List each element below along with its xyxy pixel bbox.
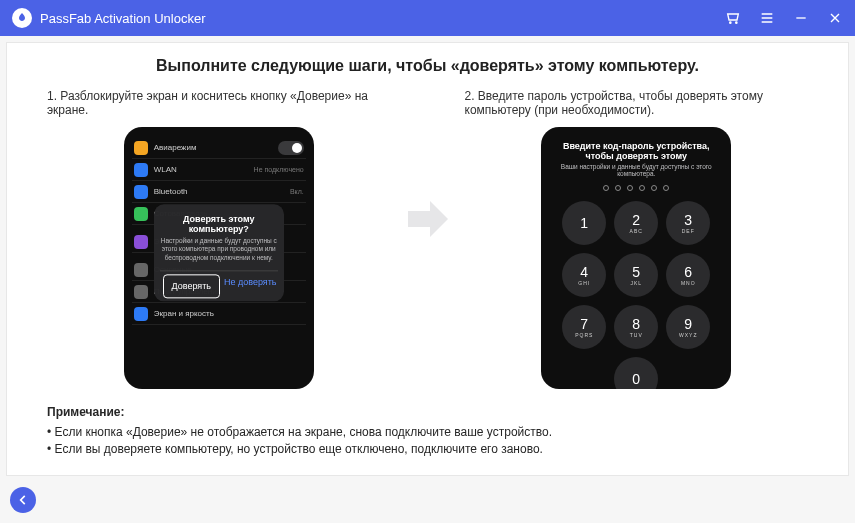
cart-icon[interactable] — [725, 10, 741, 26]
row-display: Экран и яркость — [154, 309, 304, 318]
key-2: 2ABC — [614, 201, 658, 245]
titlebar: PassFab Activation Unlocker — [0, 0, 855, 36]
window-controls — [725, 10, 843, 26]
notes-bullet-2: • Если вы доверяете компьютеру, но устро… — [47, 442, 808, 456]
steps-row: 1. Разблокируйте экран и коснитесь кнопк… — [47, 89, 808, 389]
back-button[interactable] — [10, 487, 36, 513]
close-icon[interactable] — [827, 10, 843, 26]
minimize-icon[interactable] — [793, 10, 809, 26]
key-9: 9WXYZ — [666, 305, 710, 349]
trust-dialog-body: Настройки и данные будут доступны с этог… — [160, 237, 278, 262]
step-2-text: 2. Введите пароль устройства, чтобы дове… — [465, 89, 809, 119]
keypad: 1 2ABC 3DEF 4GHI 5JKL 6MNO 7PQRS 8TUV 9W… — [549, 201, 723, 389]
step-1-text: 1. Разблокируйте экран и коснитесь кнопк… — [47, 89, 391, 119]
step-2: 2. Введите пароль устройства, чтобы дове… — [465, 89, 809, 389]
notes: Примечание: • Если кнопка «Доверие» не о… — [47, 405, 808, 456]
passcode-line1: Введите код-пароль устройства, — [549, 141, 723, 151]
key-3: 3DEF — [666, 201, 710, 245]
passcode-line2: чтобы доверять этому — [549, 151, 723, 161]
toggle-icon — [278, 141, 304, 155]
app-title: PassFab Activation Unlocker — [40, 11, 725, 26]
passcode-line3: Ваши настройки и данные будут доступны с… — [549, 163, 723, 177]
row-bt: Bluetooth — [154, 187, 284, 196]
key-7: 7PQRS — [562, 305, 606, 349]
trust-dialog-title: Доверять этому компьютеру? — [160, 214, 278, 234]
trust-dialog: Доверять этому компьютеру? Настройки и д… — [154, 204, 284, 301]
phone-mock-1: Авиарежим WLANНе подключено BluetoothВкл… — [124, 127, 314, 389]
notes-bullet-1: • Если кнопка «Доверие» не отображается … — [47, 425, 808, 439]
page-title: Выполните следующие шаги, чтобы «доверят… — [47, 57, 808, 75]
key-5: 5JKL — [614, 253, 658, 297]
key-8: 8TUV — [614, 305, 658, 349]
phone-mock-2: Введите код-пароль устройства, чтобы дов… — [541, 127, 731, 389]
content-panel: Выполните следующие шаги, чтобы «доверят… — [6, 42, 849, 476]
step-1: 1. Разблокируйте экран и коснитесь кнопк… — [47, 89, 391, 389]
notes-header: Примечание: — [47, 405, 808, 419]
key-1: 1 — [562, 201, 606, 245]
menu-icon[interactable] — [759, 10, 775, 26]
passcode-dots — [549, 185, 723, 191]
key-6: 6MNO — [666, 253, 710, 297]
arrow-icon — [401, 199, 455, 239]
trust-button: Доверять — [163, 274, 220, 298]
app-logo — [12, 8, 32, 28]
key-0: 0 — [614, 357, 658, 389]
key-4: 4GHI — [562, 253, 606, 297]
row-wlan: WLAN — [154, 165, 248, 174]
dont-trust-button: Не доверять — [223, 271, 278, 301]
row-airplane: Авиарежим — [154, 143, 272, 152]
